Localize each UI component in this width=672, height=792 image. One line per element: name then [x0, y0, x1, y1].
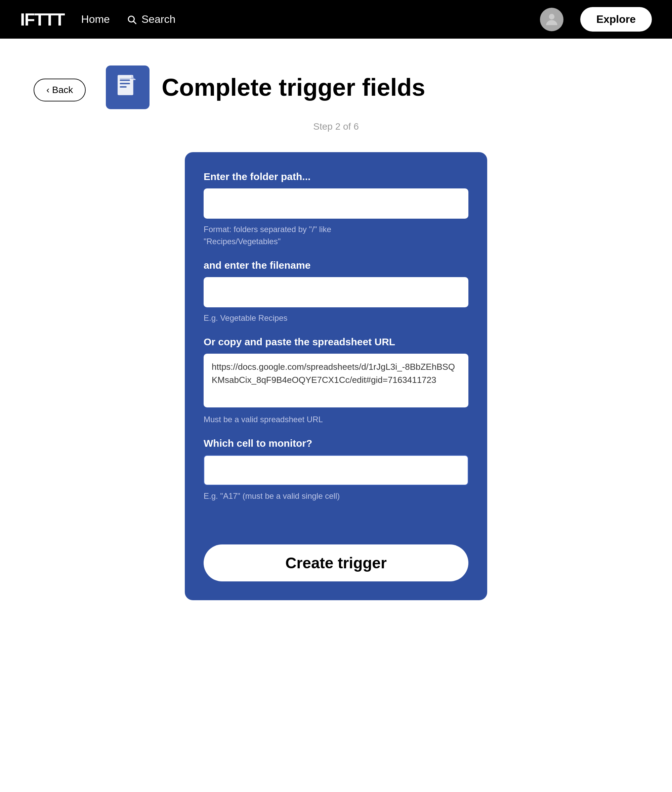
url-hint: Must be a valid spreadsheet URL	[203, 414, 469, 426]
form-card: Enter the folder path... Format: folders…	[185, 152, 487, 600]
nav-search-button[interactable]: Search	[127, 13, 175, 26]
svg-rect-4	[120, 80, 130, 81]
folder-path-input[interactable]	[203, 188, 469, 219]
filename-input[interactable]	[203, 277, 469, 307]
sheets-icon	[114, 74, 141, 101]
filename-label: and enter the filename	[203, 260, 469, 271]
nav-home-link[interactable]: Home	[81, 13, 110, 26]
svg-rect-5	[120, 83, 130, 84]
cell-input[interactable]	[203, 455, 469, 485]
page-header: Complete trigger fields	[106, 65, 425, 109]
main-content: ‹ Back Complete trigger fields Step 2 of…	[0, 38, 672, 627]
cell-label: Which cell to monitor?	[203, 438, 469, 449]
explore-button[interactable]: Explore	[580, 7, 652, 32]
svg-rect-6	[120, 86, 127, 88]
spacer	[203, 514, 469, 528]
url-input[interactable]	[203, 354, 469, 407]
avatar-icon	[543, 11, 560, 28]
svg-line-1	[134, 21, 136, 24]
page-title: Complete trigger fields	[162, 73, 425, 101]
avatar[interactable]	[540, 8, 563, 31]
url-label: Or copy and paste the spreadsheet URL	[203, 336, 469, 348]
form-wrapper: Enter the folder path... Format: folders…	[34, 152, 638, 600]
nav-search-label: Search	[141, 13, 175, 26]
filename-hint: E.g. Vegetable Recipes	[203, 312, 469, 324]
folder-path-label: Enter the folder path...	[203, 171, 469, 182]
back-button[interactable]: ‹ Back	[34, 78, 86, 101]
step-label: Step 2 of 6	[34, 121, 638, 132]
navigation: IFTTT Home Search Explore	[0, 0, 672, 38]
ifttt-logo[interactable]: IFTTT	[20, 10, 64, 30]
folder-path-hint: Format: folders separated by "/" like "R…	[203, 224, 469, 248]
cell-hint: E.g. "A17" (must be a valid single cell)	[203, 490, 469, 502]
create-trigger-button[interactable]: Create trigger	[203, 544, 469, 581]
service-icon-box	[106, 65, 149, 109]
svg-point-2	[549, 14, 554, 19]
search-icon	[127, 14, 137, 24]
